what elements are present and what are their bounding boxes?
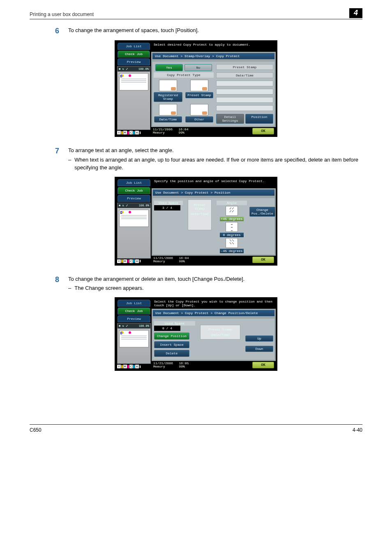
screenshot-position: Job List Check Job Preview ■ ⇅ ⤢100.0% Y…: [115, 177, 277, 266]
slot-preset-stamp: Preset Stamp: [216, 64, 273, 70]
used-space-value: 3 / 4: [154, 205, 180, 210]
angle-label: Angle: [217, 201, 247, 205]
ymck-indicators: Y M C K: [116, 130, 151, 135]
step-subtext: When text is arranged at an angle, up to…: [74, 156, 362, 172]
tile-registered-stamp[interactable]: Registered Stamp: [154, 92, 182, 102]
step-text: To change the arrangement of spaces, tou…: [68, 27, 362, 35]
section-title: Copy Protect Type: [154, 72, 214, 78]
step-number: 7: [30, 147, 59, 172]
slot-date-time: Date/Time: [216, 72, 273, 78]
footer-left: C650: [30, 427, 42, 433]
no-button[interactable]: No: [184, 64, 212, 71]
angle-minus45[interactable]: -45 degrees: [220, 249, 244, 253]
screenshot-copy-protect: Job List Check Job Preview ■ ⇅ ⤢100.0% Y: [115, 40, 277, 137]
insert-space-button[interactable]: Insert Space: [154, 341, 189, 348]
chapter-badge: 4: [349, 8, 362, 18]
detail-settings-button[interactable]: Detail Settings: [216, 114, 244, 124]
page-header-title: Printing a user box document: [30, 12, 362, 17]
position-button[interactable]: Position: [245, 114, 273, 124]
change-position-button[interactable]: Change Position: [154, 333, 189, 340]
tile-other[interactable]: Other: [185, 116, 213, 123]
yes-button[interactable]: Yes: [155, 64, 183, 71]
step-subtext: The Change screen appears.: [74, 284, 143, 292]
screenshot-change-position: Job List Check Job Preview ■ ⇅ ⤢100.0% Y…: [115, 297, 277, 371]
delete-button[interactable]: Delete: [154, 350, 189, 357]
step-text: To change the arrangement or delete an i…: [68, 275, 362, 283]
step-number: 6: [30, 27, 59, 35]
step-number: 8: [30, 275, 59, 293]
change-pos-delete-button[interactable]: Change Pos./Delete: [249, 207, 275, 217]
tab-preview[interactable]: Preview: [118, 58, 150, 65]
used-space-label: Used Space: [154, 201, 183, 205]
ok-button[interactable]: OK: [252, 128, 274, 134]
breadcrumb: Use Document > Stamp/Overlay > Copy Prot…: [152, 53, 274, 59]
down-button[interactable]: Down: [245, 346, 273, 352]
up-button[interactable]: Up: [245, 335, 273, 342]
angle-plus45[interactable]: +45 degrees: [220, 217, 244, 221]
tile-preset-stamp[interactable]: Preset Stamp: [185, 92, 213, 98]
instruction-text: Select desired Copy Protect to apply to …: [151, 42, 276, 52]
tab-check-job[interactable]: Check Job: [118, 51, 150, 58]
tab-job-list[interactable]: Job List: [118, 43, 150, 50]
footer-right: 4-40: [353, 427, 362, 433]
tile-date-time[interactable]: Date/Time: [154, 116, 182, 123]
angle-0[interactable]: 0 degrees: [220, 233, 244, 237]
step-text: To arrange text at an angle, select the …: [68, 147, 362, 155]
